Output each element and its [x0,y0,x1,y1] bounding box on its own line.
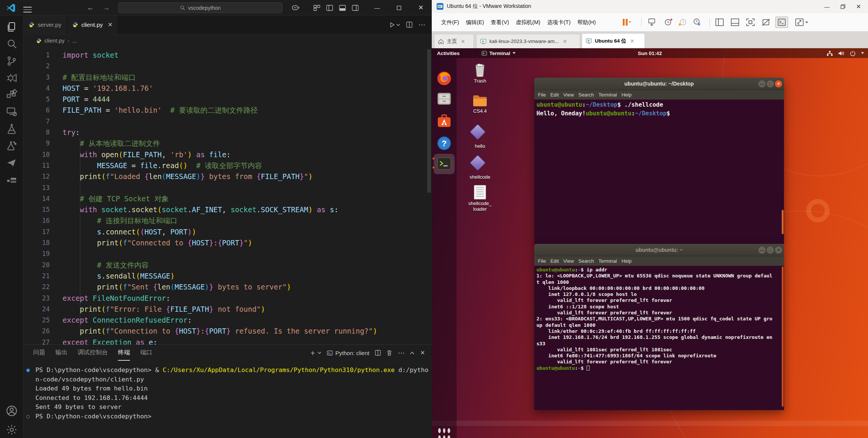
nav-forward-icon[interactable]: → [101,3,112,13]
terminal1-scrollbar[interactable] [782,210,784,234]
dock-firefox-icon[interactable] [437,71,452,86]
dock-terminal-icon[interactable] [437,156,452,171]
editor-scrollbar[interactable] [427,49,431,193]
unity-mode-icon[interactable] [760,17,772,28]
terminal2-minimize-button[interactable]: ― [758,247,766,254]
show-applications-icon[interactable] [438,428,450,438]
vmware-menu[interactable]: 查看(V) [487,19,512,26]
panel-tab-ports[interactable]: 端口 [140,345,152,361]
terminal-menu-file[interactable]: File [538,92,549,98]
console-view-button[interactable] [775,17,788,28]
testing-icon[interactable] [6,123,18,135]
tab-server-py[interactable]: server.py [23,15,67,34]
vm-tab-close-icon[interactable]: ✕ [461,38,465,44]
window-close-button[interactable]: ✕ [412,0,429,15]
desktop-icon-cs44-folder[interactable]: CS4.4 [463,94,497,114]
fit-guest-button[interactable] [793,17,810,28]
desktop-icon-trash[interactable]: Trash [463,62,497,84]
vmware-menu[interactable]: 选项卡(T) [544,19,574,26]
clock[interactable]: Sun 01:42 [432,51,868,56]
terminal2-body[interactable]: ubuntu@ubuntu:~$ ip addr1: lo: <LOOPBACK… [534,266,784,410]
terminal2-titlebar[interactable]: ubuntu@ubuntu: ~ ― □ ✕ [534,244,784,256]
kill-terminal-trash-icon[interactable] [387,350,392,356]
extensions-icon[interactable] [6,89,18,101]
terminal2-maximize-button[interactable]: □ [767,247,774,254]
vmware-menu[interactable]: 编辑(E) [463,19,487,26]
terminal2-scrollbar[interactable] [782,266,784,407]
command-decoration-blue[interactable] [26,369,30,372]
breadcrumb[interactable]: client.py › ... [23,34,432,47]
terminal2-close-button[interactable]: ✕ [775,247,782,254]
split-terminal-icon[interactable] [375,350,381,356]
dock-files-icon[interactable] [437,91,452,106]
run-debug-icon[interactable] [6,72,18,84]
terminal-menu-view[interactable]: View [563,258,577,264]
terminal-window-desktop[interactable]: ubuntu@ubuntu: ~/Desktop ― □ ✕ FileEditV… [534,78,784,244]
vmware-close-button[interactable]: ✕ [851,0,866,13]
network-icon[interactable] [827,51,833,56]
integrated-terminal[interactable]: PS D:\python-code\vscodepython> & C:/Use… [23,361,432,421]
show-thumbnail-bar-icon[interactable] [729,17,741,28]
menu-hamburger-icon[interactable] [23,5,32,11]
pipeline-icon[interactable] [6,174,18,186]
terminal1-maximize-button[interactable]: □ [767,80,774,87]
desktop-icon-shellcode[interactable]: shellcode [463,155,497,180]
panel-maximize-icon[interactable] [410,351,414,355]
terminal1-minimize-button[interactable]: ― [758,80,766,87]
vmware-menu[interactable]: 虚拟机(M) [512,19,544,26]
status-chevron-icon[interactable] [861,52,864,54]
toggle-secondary-sidebar-icon[interactable] [350,3,360,12]
toggle-sidebar-icon[interactable] [325,3,335,12]
vm-tab-home[interactable]: 主页 ✕ [434,34,474,48]
desktop-icon-shellcode-loader[interactable]: shellcode_ loader [463,185,497,212]
jupyter-flask-icon[interactable] [6,140,18,152]
terminal-menu-search[interactable]: Search [578,258,597,264]
terminal-menu-file[interactable]: File [538,258,549,264]
power-icon[interactable] [850,51,856,56]
terminal-menu-search[interactable]: Search [578,92,597,98]
vmware-restore-button[interactable] [835,0,851,13]
vmware-minimize-button[interactable]: ― [819,0,835,13]
command-decoration-gray[interactable] [26,415,30,418]
split-editor-icon[interactable] [406,21,413,28]
terminal-menu-terminal[interactable]: Terminal [599,258,620,264]
terminal-window-home[interactable]: ubuntu@ubuntu: ~ ― □ ✕ FileEditViewSearc… [534,244,784,410]
tab-client-py[interactable]: client.py ✕ [67,15,118,34]
explorer-icon[interactable] [6,21,18,33]
window-minimize-button[interactable]: ― [368,0,386,15]
vm-tab-kali[interactable]: kali-linux-2023.3-vmware-am... ✕ [476,34,580,48]
terminal-menu-edit[interactable]: Edit [550,92,562,98]
search-input[interactable]: vscodepython [118,2,283,13]
terminal1-titlebar[interactable]: ubuntu@ubuntu: ~/Desktop ― □ ✕ [534,78,784,90]
source-control-icon[interactable] [6,55,18,67]
terminal1-body[interactable]: ubuntu@ubuntu:~/Desktop$ ./shellcodeHell… [534,100,784,244]
revert-snapshot-icon[interactable] [677,17,689,28]
toggle-panel-icon[interactable] [338,3,347,12]
send-plane-icon[interactable] [6,157,18,169]
vmware-menu[interactable]: 文件(F) [438,19,463,26]
terminal-menu-terminal[interactable]: Terminal [599,92,620,98]
show-library-icon[interactable] [714,17,726,28]
tab-close-icon[interactable]: ✕ [108,21,113,28]
panel-tab-terminal[interactable]: 终端 [118,345,130,361]
vmware-menu[interactable]: 帮助(H) [574,19,599,26]
volume-icon[interactable] [838,51,845,56]
copilot-icon[interactable] [291,3,301,12]
terminal-instance-label[interactable]: Python: client [327,350,369,356]
dock-help-icon[interactable]: ? [437,136,452,151]
new-terminal-button[interactable]: ＋ [309,348,321,358]
run-python-button[interactable] [389,22,400,28]
window-maximize-button[interactable] [390,0,408,15]
customize-layout-icon[interactable] [312,3,322,12]
terminal-menu-help[interactable]: Help [622,92,635,98]
search-view-icon[interactable] [6,38,18,50]
suspend-pause-button[interactable] [619,17,634,28]
terminal-menu-help[interactable]: Help [622,258,635,264]
nav-back-icon[interactable]: ← [85,3,96,13]
activities-button[interactable]: Activities [437,51,460,56]
fullscreen-icon[interactable] [744,17,756,28]
dock-ubuntu-software-icon[interactable] [437,114,452,129]
remote-explorer-icon[interactable] [6,106,18,118]
snapshot-manager-icon[interactable] [691,17,703,28]
panel-tab-debug-console[interactable]: 调试控制台 [78,345,108,361]
